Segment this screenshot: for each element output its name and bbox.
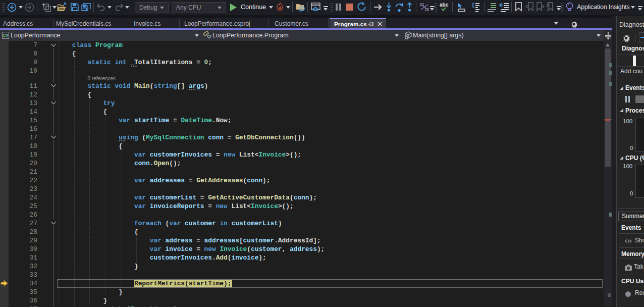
svg-text:abc: abc <box>440 2 449 8</box>
